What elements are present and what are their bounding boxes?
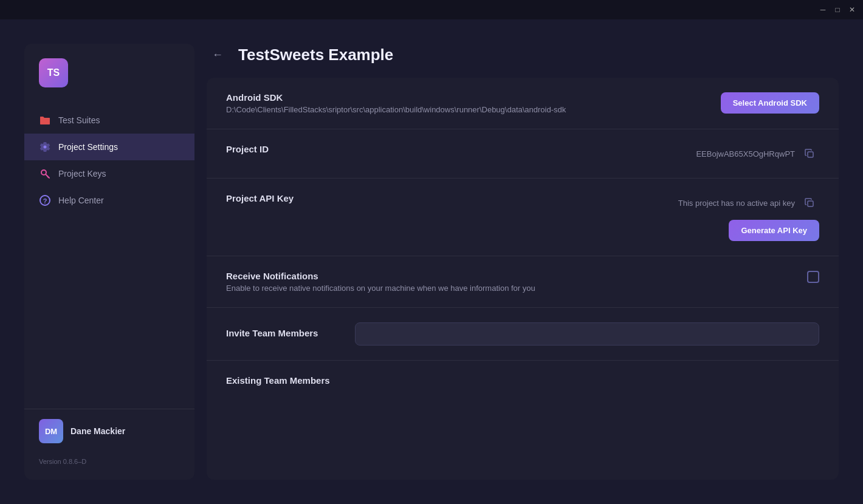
gear-icon <box>39 141 51 153</box>
project-api-key-section: Project API Key This project has no acti… <box>207 179 839 256</box>
project-api-key-value: This project has no active api key <box>678 199 795 208</box>
folder-icon <box>39 114 51 126</box>
sidebar-item-project-settings[interactable]: Project Settings <box>24 134 194 160</box>
android-sdk-row: Android SDK D:\Code\Clients\FilledStacks… <box>226 92 819 114</box>
android-sdk-label: Android SDK <box>226 92 566 103</box>
main-content: ← TestSweets Example Android SDK D:\Code… <box>207 44 839 480</box>
android-sdk-path: D:\Code\Clients\FilledStacks\sriptor\src… <box>226 105 566 114</box>
project-api-key-info: Project API Key <box>226 193 294 206</box>
android-sdk-info: Android SDK D:\Code\Clients\FilledStacks… <box>226 92 566 114</box>
project-api-key-row: Project API Key This project has no acti… <box>226 193 819 213</box>
project-api-key-label: Project API Key <box>226 193 294 203</box>
minimize-button[interactable]: ─ <box>817 4 829 16</box>
svg-line-2 <box>47 176 48 177</box>
svg-text:?: ? <box>43 197 47 205</box>
existing-team-members-section: Existing Team Members <box>207 361 839 403</box>
notifications-label: Receive Notifications <box>226 271 535 281</box>
project-id-row: Project ID EEBojwAB65X5OgHRqwPT <box>226 144 819 163</box>
copy-project-id-button[interactable] <box>800 144 819 163</box>
notifications-description: Enable to receive native notifications o… <box>226 284 535 293</box>
sidebar-nav: Test Suites Project Settings <box>24 102 194 409</box>
project-id-section: Project ID EEBojwAB65X5OgHRqwPT <box>207 129 839 179</box>
keys-icon <box>39 168 51 180</box>
sidebar-logo: TS <box>24 58 194 102</box>
invite-team-input[interactable] <box>355 322 819 346</box>
user-info: DM Dane Mackier <box>39 419 180 443</box>
sidebar-item-project-settings-label: Project Settings <box>58 142 118 152</box>
project-id-value: EEBojwAB65X5OgHRqwPT <box>696 149 795 158</box>
generate-api-key-button[interactable]: Generate API Key <box>729 220 819 241</box>
sidebar-item-help-center-label: Help Center <box>58 196 104 205</box>
sidebar-item-project-keys-label: Project Keys <box>58 169 106 179</box>
invite-team-row: Invite Team Members <box>226 322 819 346</box>
notifications-section: Receive Notifications Enable to receive … <box>207 256 839 308</box>
project-id-right: EEBojwAB65X5OgHRqwPT <box>696 144 819 163</box>
sidebar: TS Test Suites Project Settings <box>24 44 194 480</box>
generate-btn-row: Generate API Key <box>226 220 819 241</box>
maximize-button[interactable]: □ <box>831 4 844 16</box>
back-button[interactable]: ← <box>207 44 229 66</box>
notifications-info: Receive Notifications Enable to receive … <box>226 271 535 293</box>
project-api-key-right: This project has no active api key <box>678 193 819 213</box>
copy-api-key-button[interactable] <box>800 193 819 213</box>
project-id-label: Project ID <box>226 144 269 154</box>
sidebar-item-test-suites-label: Test Suites <box>58 115 100 125</box>
user-name: Dane Mackier <box>70 426 125 436</box>
version-label: Version 0.8.6–D <box>24 458 194 465</box>
user-avatar: DM <box>39 419 63 443</box>
sidebar-item-project-keys[interactable]: Project Keys <box>24 160 194 187</box>
titlebar: ─ □ ✕ <box>0 0 863 19</box>
select-android-sdk-button[interactable]: Select Android SDK <box>721 92 819 114</box>
content-panel: Android SDK D:\Code\Clients\FilledStacks… <box>207 78 839 480</box>
notifications-checkbox[interactable] <box>807 271 819 283</box>
sidebar-item-test-suites[interactable]: Test Suites <box>24 107 194 134</box>
svg-rect-6 <box>808 201 813 206</box>
sidebar-item-help-center[interactable]: ? Help Center <box>24 187 194 214</box>
page-title: TestSweets Example <box>238 46 393 64</box>
existing-team-members-label: Existing Team Members <box>226 375 819 386</box>
android-sdk-section: Android SDK D:\Code\Clients\FilledStacks… <box>207 78 839 129</box>
invite-team-label: Invite Team Members <box>226 328 348 338</box>
close-button[interactable]: ✕ <box>846 4 858 16</box>
app-container: TS Test Suites Project Settings <box>0 19 863 504</box>
help-icon: ? <box>39 194 51 206</box>
project-avatar: TS <box>39 58 68 87</box>
notifications-row: Receive Notifications Enable to receive … <box>226 271 819 293</box>
sidebar-footer: DM Dane Mackier <box>24 409 194 453</box>
svg-rect-5 <box>808 152 813 157</box>
page-header: ← TestSweets Example <box>207 44 839 66</box>
project-id-info: Project ID <box>226 144 269 157</box>
invite-team-members-section: Invite Team Members <box>207 308 839 361</box>
